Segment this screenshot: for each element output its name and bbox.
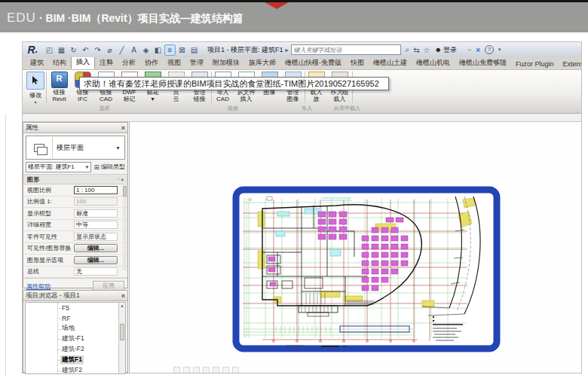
property-value[interactable]: 无 bbox=[74, 267, 118, 276]
drawing-canvas[interactable] bbox=[129, 122, 581, 373]
tree-item[interactable]: F5 bbox=[26, 303, 125, 313]
property-row: 零件可见性 显示原状态 bbox=[23, 231, 127, 243]
view-control-bar bbox=[173, 367, 239, 373]
ribbon-tab[interactable]: 插入 bbox=[71, 57, 95, 69]
ribbon-tab[interactable]: 橄榄山免费够随 bbox=[455, 57, 511, 69]
banner-title: · BIM ·BIM（Revit）项目实战—建筑结构篇 bbox=[39, 12, 243, 26]
property-row: 详细程度 中等 bbox=[23, 220, 127, 232]
property-label: 基线 bbox=[27, 267, 74, 276]
ribbon-tab[interactable]: 协作 bbox=[140, 57, 163, 69]
infocenter-search-input[interactable] bbox=[291, 44, 401, 55]
instance-selector[interactable]: 楼层平面: 建筑F1 ▼ bbox=[26, 162, 91, 172]
tree-item[interactable]: RF bbox=[26, 313, 125, 324]
revit-window: R▾ ◰▦↻↶↷⌀╱A◈◧≡⊠▤ 项目1 - 楼层平面: 建筑F1 ▸ ⌕⇆☆ … bbox=[23, 42, 581, 373]
property-value[interactable]: 标准 bbox=[74, 209, 118, 218]
ribbon-button[interactable]: 链接 Revit bbox=[47, 71, 71, 102]
sign-in-label: 登录 bbox=[443, 45, 457, 55]
ribbon-tab[interactable]: 建筑 bbox=[26, 57, 48, 69]
redo-icon[interactable]: ↷ bbox=[92, 44, 103, 56]
aligned-dimension-icon[interactable]: ╱ bbox=[116, 44, 127, 56]
property-value[interactable]: 100 bbox=[74, 197, 118, 206]
detail-level-icon[interactable] bbox=[183, 367, 190, 373]
property-value[interactable]: 1 : 100 bbox=[74, 186, 118, 194]
ribbon-tab[interactable]: 注释 bbox=[95, 57, 118, 69]
panel-separator bbox=[46, 72, 47, 103]
open-icon[interactable]: ◰ bbox=[44, 44, 55, 56]
tree-item[interactable]: 建筑F2 bbox=[26, 365, 125, 374]
undo-icon[interactable]: ↶ bbox=[80, 44, 91, 56]
property-value[interactable]: 显示原状态 bbox=[74, 233, 118, 241]
ribbon-tab[interactable]: 橄榄山快模-免费版 bbox=[280, 57, 346, 69]
tree-item[interactable]: 建筑F1 bbox=[26, 355, 125, 365]
measure-icon[interactable]: ⌀ bbox=[104, 44, 115, 56]
help-caret-icon[interactable]: ▾ bbox=[498, 47, 501, 53]
modify-button[interactable]: 修改 ▾ bbox=[25, 72, 46, 105]
properties-help-link[interactable]: 属性帮助 bbox=[26, 282, 51, 291]
exchange-apps-icon[interactable]: ⇆ bbox=[413, 46, 419, 54]
edit-type-button[interactable]: ⊞ 编辑类型 bbox=[93, 163, 125, 171]
visual-style-icon[interactable] bbox=[193, 367, 200, 373]
sign-in-button[interactable]: ☻ 登录 bbox=[435, 45, 457, 55]
shadows-icon[interactable] bbox=[213, 367, 219, 373]
close-hidden-windows-icon[interactable]: ⊠ bbox=[176, 44, 188, 56]
sync-icon[interactable]: ↻ bbox=[68, 44, 79, 56]
scrollbar-thumb[interactable] bbox=[120, 324, 124, 340]
tree-item[interactable]: 场地 bbox=[26, 324, 125, 334]
search-help-icon[interactable]: ⌕ bbox=[406, 45, 410, 54]
ribbon-tab[interactable]: 管理 bbox=[185, 57, 208, 69]
title-bar: R▾ ◰▦↻↶↷⌀╱A◈◧≡⊠▤ 项目1 - 楼层平面: 建筑F1 ▸ ⌕⇆☆ … bbox=[23, 42, 581, 58]
close-icon[interactable]: × bbox=[121, 124, 125, 132]
scale-control[interactable] bbox=[173, 367, 180, 373]
crop-view-icon[interactable] bbox=[222, 367, 229, 373]
ribbon-tab[interactable]: Fuzor Plugin bbox=[511, 59, 559, 69]
ribbon-tab[interactable]: 橄榄山土建 bbox=[369, 57, 412, 69]
section-pin-icon: ▫ ▴ bbox=[118, 176, 124, 182]
ribbon-tab[interactable]: Extensions bbox=[559, 59, 581, 69]
property-row: 比例值 1: 100 bbox=[23, 197, 127, 209]
property-row: 图形显示选项 编辑... bbox=[23, 255, 127, 267]
property-label: 显示模型 bbox=[27, 209, 74, 218]
close-icon[interactable]: × bbox=[121, 292, 125, 300]
tree-item[interactable]: 建筑-F2 bbox=[26, 344, 125, 355]
default-3d-view-icon[interactable]: ◈ bbox=[140, 44, 152, 56]
help-icon[interactable]: ? bbox=[485, 45, 494, 54]
ribbon-tab[interactable]: 附加模块 bbox=[208, 57, 244, 69]
tree-scrollbar[interactable]: ▲ bbox=[118, 303, 125, 373]
ribbon-tab[interactable]: 族库大师 bbox=[244, 57, 280, 69]
property-value[interactable]: 编辑... bbox=[74, 244, 118, 252]
properties-scrollbar[interactable] bbox=[123, 183, 127, 270]
ribbon-tab[interactable]: 结构 bbox=[48, 57, 71, 69]
sun-path-icon[interactable] bbox=[203, 367, 210, 373]
user-icon: ☻ bbox=[435, 46, 442, 53]
ribbon-tab-row: 建筑结构插入注释分析协作视图管理附加模块族库大师橄榄山快模-免费版快图橄榄山土建… bbox=[23, 57, 581, 70]
text-icon[interactable]: A bbox=[128, 44, 139, 56]
ribbon-tab[interactable]: 分析 bbox=[118, 57, 140, 69]
tree-item[interactable]: 建筑-F1 bbox=[26, 334, 125, 344]
scroll-up-icon[interactable]: ▲ bbox=[119, 303, 125, 308]
user-interface-icon[interactable]: ▤ bbox=[188, 44, 200, 56]
property-value[interactable]: 编辑... bbox=[74, 256, 118, 264]
revit-app-menu[interactable]: R▾ bbox=[23, 44, 42, 56]
ribbon-tab[interactable]: 橄榄山机电 bbox=[412, 57, 455, 69]
favorites-icon[interactable]: ☆ bbox=[424, 46, 430, 54]
crop-region-icon[interactable] bbox=[232, 367, 239, 373]
type-selector[interactable]: 楼层平面 ▼ bbox=[26, 136, 125, 160]
left-panel-column: 属性 × 楼层平面 ▼ 楼层平面: 建筑F1 ▼ ⊞ bbox=[23, 122, 128, 373]
chevron-down-icon: ▼ bbox=[85, 165, 90, 169]
save-icon[interactable]: ▦ bbox=[56, 44, 67, 56]
project-browser-header: 项目浏览器 - 项目1 × bbox=[23, 291, 127, 301]
panel-name-label: 从库中载入 bbox=[334, 105, 360, 112]
project-browser: 项目浏览器 - 项目1 × F5 bbox=[23, 290, 128, 373]
content-area: 属性 × 楼层平面 ▼ 楼层平面: 建筑F1 ▼ ⊞ bbox=[23, 122, 581, 373]
minimize-icon[interactable]: − bbox=[467, 46, 471, 53]
ribbon-tab[interactable]: 视图 bbox=[163, 57, 185, 69]
ribbon-tab[interactable]: 快图 bbox=[346, 57, 369, 69]
thin-lines-icon[interactable]: ≡ bbox=[164, 44, 176, 56]
title-expand-caret[interactable]: ▸ bbox=[286, 47, 289, 53]
red-pointer-icon bbox=[265, 2, 289, 9]
close-icon[interactable]: × bbox=[476, 46, 480, 54]
property-value[interactable]: 中等 bbox=[74, 221, 118, 229]
ribbon-insert-panel: 修改 ▾ 链接 Revit 链接 IFC bbox=[23, 70, 581, 114]
panel-name-label: 导入 bbox=[280, 105, 334, 112]
section-icon[interactable]: ◧ bbox=[152, 44, 164, 56]
